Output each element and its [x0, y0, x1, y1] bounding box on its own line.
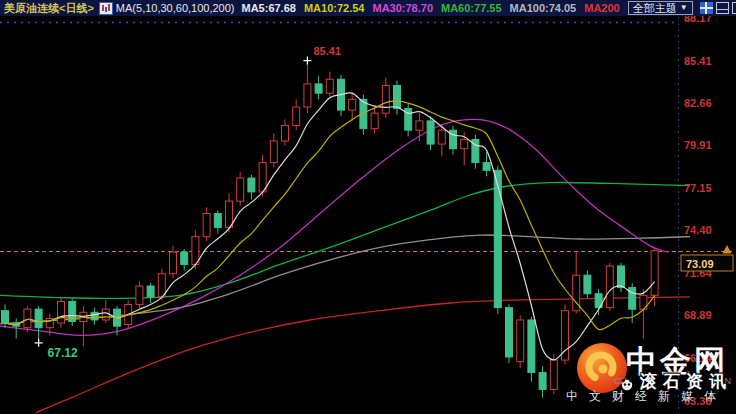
candle-body	[584, 275, 591, 294]
candle-body	[315, 84, 322, 93]
candle-body	[248, 178, 255, 192]
trading-app-screen: 85.4167.1288.1785.4182.6679.9177.1574.40…	[0, 0, 736, 414]
candle-body	[147, 286, 154, 297]
symbol-title: 美原油连续<日线>	[4, 0, 94, 16]
high-price-label: 85.41	[313, 45, 341, 57]
candle-body	[438, 130, 445, 144]
candle-body	[517, 320, 524, 362]
chart-header-bar: 美原油连续<日线> MA(5,10,30,60,100,200) MA5:67.…	[0, 0, 736, 16]
candle-body	[293, 107, 300, 126]
candle-body	[326, 79, 333, 93]
candle-body	[528, 320, 535, 372]
candle-body	[203, 213, 210, 236]
ma-value-1: MA10:72.54	[304, 2, 365, 14]
y-axis-label-74.40: 74.40	[684, 224, 712, 236]
candle-body	[102, 309, 109, 320]
y-axis-label-66.14: 66.14	[684, 352, 712, 364]
current-price-value: 73.09	[686, 258, 714, 270]
grid-layout-icon[interactable]	[700, 2, 713, 14]
candlestick-chart-canvas[interactable]: 85.4167.1288.1785.4182.6679.9177.1574.40…	[0, 0, 736, 414]
candle-body	[651, 251, 658, 296]
candle-body	[282, 126, 289, 141]
candle-body	[618, 266, 625, 288]
candle-body	[24, 309, 31, 328]
candle-body	[606, 266, 613, 308]
candle-body	[304, 84, 311, 107]
candle-body	[539, 372, 546, 389]
ma-line-ma10	[5, 101, 655, 330]
pane-bottom-layout-icon[interactable]	[716, 2, 729, 14]
low-point-cross-icon	[35, 339, 43, 347]
y-axis-label-79.91: 79.91	[684, 139, 712, 151]
candle-body	[270, 141, 277, 163]
candle-body	[550, 360, 557, 389]
candle-body	[506, 308, 513, 357]
candle-body	[91, 312, 98, 320]
y-axis-label-63.38: 63.38	[684, 395, 712, 407]
candlestick-chart-icon	[99, 2, 113, 15]
candle-body	[181, 252, 188, 264]
candle-body	[170, 252, 177, 274]
y-axis-label-85.41: 85.41	[684, 55, 712, 67]
candle-body	[35, 309, 42, 328]
candle-body	[382, 85, 389, 113]
ma-line-ma30	[0, 119, 668, 335]
candle-body	[483, 163, 490, 171]
candle-body	[371, 113, 378, 128]
y-axis-label-77.15: 77.15	[684, 182, 712, 194]
candle-body	[349, 99, 356, 110]
candle-body	[461, 139, 468, 148]
pane-right-layout-icon[interactable]	[732, 2, 736, 14]
candle-body	[394, 85, 401, 108]
candle-body	[58, 301, 65, 323]
ma-value-4: MA100:74.05	[510, 2, 577, 14]
ma-settings-label: MA(5,10,30,60,100,200)	[116, 0, 235, 16]
candle-body	[226, 201, 233, 227]
theme-dropdown[interactable]: 全部主题 ▼	[628, 1, 693, 15]
ma-value-2: MA30:78.70	[372, 2, 433, 14]
low-price-label: 67.12	[48, 346, 78, 360]
y-axis-label-82.66: 82.66	[684, 97, 712, 109]
ma-value-0: MA5:67.68	[242, 2, 296, 14]
high-point-cross-icon	[303, 57, 311, 65]
candle-body	[494, 170, 501, 307]
candle-body	[237, 178, 244, 201]
theme-dropdown-label: 全部主题	[633, 2, 677, 14]
chevron-down-icon: ▼	[680, 2, 688, 14]
candle-body	[2, 311, 9, 323]
candle-body	[416, 121, 423, 130]
candle-body	[259, 163, 266, 192]
candle-body	[158, 274, 165, 297]
ma-value-5: MA200	[584, 2, 619, 14]
ma-value-3: MA60:77.55	[441, 2, 502, 14]
y-axis-label-68.89: 68.89	[684, 309, 712, 321]
candle-body	[136, 286, 143, 305]
candle-body	[427, 121, 434, 144]
price-arrow-up-icon	[723, 245, 732, 254]
candle-body	[214, 213, 221, 227]
ma-values-group: MA5:67.68MA10:72.54MA30:78.70MA60:77.55M…	[242, 0, 628, 16]
